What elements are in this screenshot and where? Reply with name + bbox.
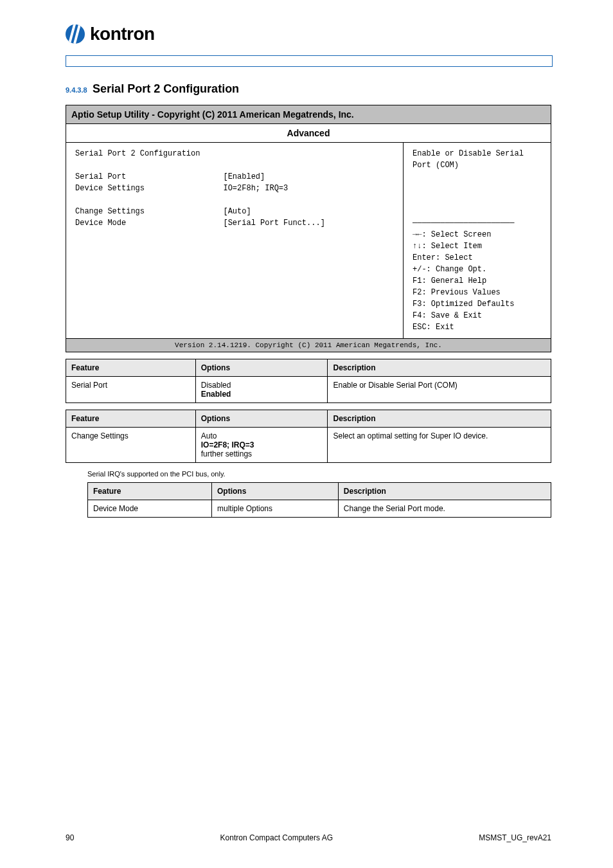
table-header: Feature [66, 359, 196, 377]
table-header: Options [211, 483, 338, 500]
bios-tab: Advanced [66, 124, 551, 143]
feature-cell: Change Settings [66, 428, 196, 463]
options-cell: multiple Options [211, 500, 338, 518]
feature-cell: Serial Port [66, 377, 196, 403]
table-header: Options [195, 359, 328, 377]
header-divider [66, 55, 553, 67]
footer-page-number: 90 [66, 833, 74, 842]
options-cell: AutoIO=2F8; IRQ=3further settings [195, 428, 328, 463]
page-footer: 90 Kontron Compact Computers AG MSMST_UG… [66, 833, 551, 842]
sub-note: Serial IRQ's supported on the PCI bus, o… [87, 469, 551, 478]
description-cell: Select an optimal setting for Super IO d… [328, 428, 551, 463]
table-header: Description [338, 483, 551, 500]
table-row: Serial PortDisabledEnabledEnable or Disa… [66, 377, 551, 403]
bios-body-row: Serial Port 2 Configuration Serial Port … [66, 143, 551, 339]
description-cell: Change the Serial Port mode. [338, 500, 551, 518]
section-heading: 9.4.3.8 Serial Port 2 Configuration [66, 82, 551, 100]
footer-company: Kontron Compact Computers AG [220, 833, 333, 842]
bios-footer-row: Version 2.14.1219. Copyright (C) 2011 Am… [66, 339, 551, 352]
kontron-icon [66, 24, 85, 44]
bios-screen-table: Aptio Setup Utility - Copyright (C) 2011… [66, 105, 551, 352]
bios-header-row: Aptio Setup Utility - Copyright (C) 2011… [66, 105, 551, 124]
bios-left-panel: Serial Port 2 Configuration Serial Port … [66, 143, 404, 339]
option-table-serial-port: FeatureOptionsDescriptionSerial PortDisa… [66, 359, 551, 403]
section-number: 9.4.3.8 [66, 86, 87, 94]
bios-header: Aptio Setup Utility - Copyright (C) 2011… [66, 105, 551, 124]
description-cell: Enable or Disable Serial Port (COM) [328, 377, 551, 403]
sub-table-block: Serial IRQ's supported on the PCI bus, o… [87, 469, 551, 518]
logo-text: kontron [90, 24, 155, 44]
table-header: Options [195, 410, 328, 428]
option-table-device-mode: FeatureOptionsDescriptionDevice Modemult… [87, 482, 551, 518]
table-header: Description [328, 359, 551, 377]
table-header: Feature [66, 410, 196, 428]
section-title: Serial Port 2 Configuration [93, 82, 239, 96]
logo: kontron [66, 19, 551, 49]
feature-cell: Device Mode [88, 500, 212, 518]
bios-right-panel: Enable or Disable Serial Port (COM) ────… [404, 143, 551, 339]
table-header: Feature [88, 483, 212, 500]
options-cell: DisabledEnabled [195, 377, 328, 403]
table-header: Description [328, 410, 551, 428]
table-row: Change SettingsAutoIO=2F8; IRQ=3further … [66, 428, 551, 463]
bios-tab-row: Advanced [66, 124, 551, 143]
footer-doc-id: MSMST_UG_revA21 [479, 833, 551, 842]
table-row: Device Modemultiple OptionsChange the Se… [88, 500, 551, 518]
bios-footer: Version 2.14.1219. Copyright (C) 2011 Am… [66, 339, 551, 352]
option-table-change-settings: FeatureOptionsDescriptionChange Settings… [66, 410, 551, 463]
